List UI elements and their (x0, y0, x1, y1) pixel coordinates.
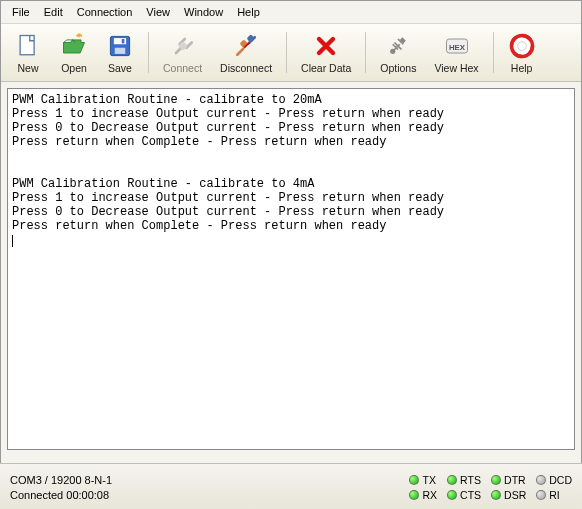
svg-rect-4 (122, 39, 125, 43)
separator (286, 32, 287, 73)
led-icon (491, 475, 501, 485)
viewhex-label: View Hex (434, 62, 478, 74)
status-connected: Connected 00:00:08 (10, 488, 409, 503)
status-leds: TX RTS DTR DCD RX CTS DSR RI (409, 474, 572, 501)
status-left: COM3 / 19200 8-N-1 Connected 00:00:08 (10, 473, 409, 503)
viewhex-button[interactable]: HEX View Hex (427, 28, 485, 77)
help-label: Help (511, 62, 533, 74)
separator (365, 32, 366, 73)
options-icon (384, 32, 412, 60)
menu-connection[interactable]: Connection (70, 4, 140, 20)
statusbar: COM3 / 19200 8-N-1 Connected 00:00:08 TX… (0, 463, 582, 509)
led-icon (536, 490, 546, 500)
new-button[interactable]: New (7, 28, 49, 77)
svg-rect-0 (20, 36, 34, 55)
led-icon (447, 490, 457, 500)
hex-icon: HEX (443, 32, 471, 60)
svg-text:HEX: HEX (448, 43, 465, 52)
svg-rect-6 (240, 39, 249, 48)
menu-view[interactable]: View (139, 4, 177, 20)
led-icon (409, 490, 419, 500)
new-icon (14, 32, 42, 60)
led-icon (409, 475, 419, 485)
terminal-output[interactable]: PWM Calibration Routine - calibrate to 2… (7, 88, 575, 450)
new-label: New (17, 62, 38, 74)
menu-edit[interactable]: Edit (37, 4, 70, 20)
open-button[interactable]: Open (53, 28, 95, 77)
menu-window[interactable]: Window (177, 4, 230, 20)
led-icon (447, 475, 457, 485)
disconnect-icon (232, 32, 260, 60)
svg-rect-7 (247, 34, 256, 43)
separator (148, 32, 149, 73)
led-cts: CTS (447, 489, 481, 501)
open-label: Open (61, 62, 87, 74)
led-tx: TX (409, 474, 437, 486)
disconnect-label: Disconnect (220, 62, 272, 74)
save-icon (106, 32, 134, 60)
clear-button[interactable]: Clear Data (294, 28, 358, 77)
toolbar: New Open Save Connect Disconnect Clear D… (1, 24, 581, 82)
separator (493, 32, 494, 73)
clear-label: Clear Data (301, 62, 351, 74)
led-dcd: DCD (536, 474, 572, 486)
led-dtr: DTR (491, 474, 526, 486)
svg-point-14 (517, 42, 526, 51)
open-icon (60, 32, 88, 60)
save-label: Save (108, 62, 132, 74)
led-rx: RX (409, 489, 437, 501)
connect-icon (169, 32, 197, 60)
svg-rect-3 (115, 48, 126, 54)
connect-label: Connect (163, 62, 202, 74)
led-ri: RI (536, 489, 572, 501)
clear-icon (312, 32, 340, 60)
led-dsr: DSR (491, 489, 526, 501)
status-port: COM3 / 19200 8-N-1 (10, 473, 409, 488)
options-button[interactable]: Options (373, 28, 423, 77)
menu-file[interactable]: File (5, 4, 37, 20)
connect-button: Connect (156, 28, 209, 77)
led-icon (491, 490, 501, 500)
cursor (12, 235, 13, 247)
help-icon (508, 32, 536, 60)
led-rts: RTS (447, 474, 481, 486)
save-button[interactable]: Save (99, 28, 141, 77)
options-label: Options (380, 62, 416, 74)
disconnect-button[interactable]: Disconnect (213, 28, 279, 77)
menu-help[interactable]: Help (230, 4, 267, 20)
svg-point-9 (390, 49, 395, 54)
led-icon (536, 475, 546, 485)
terminal-text: PWM Calibration Routine - calibrate to 2… (12, 93, 444, 233)
menubar: File Edit Connection View Window Help (1, 1, 581, 24)
help-button[interactable]: Help (501, 28, 543, 77)
